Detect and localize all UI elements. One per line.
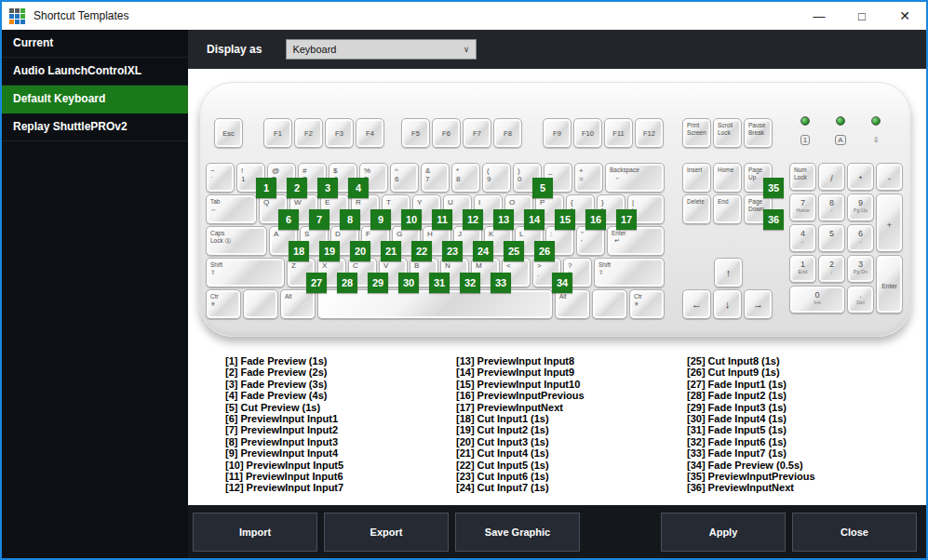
key-np-decimal[interactable]: .Del [847,286,874,313]
key-f8[interactable]: F8 [493,118,522,148]
key-enter[interactable]: Enter ↵ [607,226,665,256]
key-sublabel: ↔ [207,206,256,213]
key-np-subtract[interactable]: - [876,163,903,191]
key-np-2[interactable]: 2↓ [818,255,845,283]
shortcut-badge-9: 9 [370,209,391,230]
key-win-right[interactable] [592,289,627,319]
key-arrow-down[interactable]: ↓ [713,289,742,319]
shortcut-badge-29: 29 [368,273,388,293]
key-shift-right[interactable]: Shift⇧ [594,258,665,287]
key-esc[interactable]: Esc [214,118,243,148]
close-button[interactable]: Close [792,513,917,552]
sidebar-item-replay-shuttleprov2[interactable]: Replay ShuttlePROv2 [2,113,188,141]
key-win-left[interactable] [243,289,278,319]
apply-button[interactable]: Apply [661,513,786,552]
shortcut-badge-21: 21 [381,241,401,261]
key-backspace[interactable]: Backspace ← [605,163,665,193]
key-equals[interactable]: += [574,163,603,193]
shortcut-badge-10: 10 [401,209,422,230]
key-label: 3 [858,256,863,269]
key-arrow-left[interactable]: ← [682,289,711,319]
shortcut-badge-28: 28 [337,273,357,293]
key-label: Num [790,164,815,174]
key-f12[interactable]: F12 [635,118,664,148]
key-quote[interactable]: "' [576,226,605,256]
key-label: → [753,300,763,309]
sidebar-item-default-keyboard[interactable]: Default Keyboard [2,86,188,113]
key-insert[interactable]: Insert [682,163,711,193]
key-backtick[interactable]: ~` [206,163,235,193]
key-np-8[interactable]: 8↑ [818,193,845,221]
key-f9[interactable]: F9 [543,118,572,148]
key-ctrl-left[interactable]: Ctr✳ [206,289,241,319]
import-button[interactable]: Import [193,513,317,552]
key-np-5[interactable]: 5 [818,224,845,252]
key-np-multiply[interactable]: * [847,163,874,191]
key-scroll-lock[interactable]: ScrollLock [713,118,742,148]
key-label: ( [483,164,510,175]
key-arrow-up[interactable]: ↑ [714,258,743,287]
key-np-1[interactable]: 1End [789,255,816,283]
display-as-select[interactable]: Keyboard ∨ [286,39,477,60]
key-7[interactable]: &7 [421,163,450,193]
key-np-4[interactable]: 4← [789,224,816,252]
key-f7[interactable]: F7 [463,118,491,148]
key-np-6[interactable]: 6→ [847,224,874,252]
key-6[interactable]: ^6 [390,163,419,193]
key-f6[interactable]: F6 [432,118,461,148]
export-button[interactable]: Export [324,513,449,552]
key-f3[interactable]: F3 [325,118,354,148]
key-np-3[interactable]: 3Pg Dn [847,255,874,283]
app-icon-square [15,20,20,24]
sidebar-item-current[interactable]: Current [2,30,188,58]
key-page-down[interactable]: PageDown36 [744,194,773,224]
key-label: Backspace [606,164,664,174]
key-8[interactable]: *8 [451,163,480,193]
key-label: Insert [683,164,710,174]
key-arrow-right[interactable]: → [744,289,773,319]
key-ctrl-right[interactable]: Ctr✳ [629,289,665,319]
key-group: ~`!11@22#33$44%5^6&7*8(9)05_-+=Backspace… [206,163,666,193]
minimize-button[interactable]: — [798,2,841,30]
key-f1[interactable]: F1 [263,118,292,148]
sidebar-item-audio-launchcontrolxl[interactable]: Audio LaunchControlXL [2,58,188,86]
key-np-0[interactable]: 0Ins [789,286,845,313]
key-capslock[interactable]: CapsLock Ⓐ [206,226,267,256]
legend-item: [31] Fade Input5 (1s) [687,424,815,435]
key-np-add[interactable]: + [876,193,903,252]
key-np-divide[interactable]: / [818,163,845,191]
key-f2[interactable]: F2 [294,118,323,148]
maximize-button[interactable]: □ [841,2,883,30]
key-np-7[interactable]: 7Home [789,193,816,221]
key-home[interactable]: Home [713,163,742,193]
key-z[interactable]: Z27 [287,258,316,287]
close-window-button[interactable]: ✕ [883,2,926,30]
key-print-screen[interactable]: PrintScreen [682,118,711,148]
key-shift-left[interactable]: Shift⇧ [206,258,285,287]
key-f5[interactable]: F5 [401,118,430,148]
key-1[interactable]: !11 [236,163,265,193]
key-f4[interactable]: F4 [356,118,384,148]
key-sublabel: → [858,238,864,245]
key-end[interactable]: End [713,194,742,224]
legend-item: [36] PreviewInputNext [687,482,815,493]
key-9[interactable]: (9 [482,163,511,193]
key-f10[interactable]: F10 [573,118,602,148]
key-f11[interactable]: F11 [604,118,633,148]
key-q[interactable]: Q6 [259,194,288,224]
key-a[interactable]: A18 [269,226,298,256]
key-tab[interactable]: Tab↔ [206,194,257,224]
key-alt-right[interactable]: Alt [555,289,590,319]
key-period[interactable]: >.34 [532,258,561,287]
save-graphic-button[interactable]: Save Graphic [455,513,580,552]
key-np-9[interactable]: 9Pg Up [847,193,874,221]
key-page-up[interactable]: PageUp35 [744,163,773,193]
key-0[interactable]: )05 [513,163,542,193]
key-num-lock[interactable]: NumLock [789,163,816,191]
legend-item: [4] Fade Preview (4s) [225,390,343,401]
key-space[interactable] [317,289,553,319]
key-pause-break[interactable]: PauseBreak [744,118,773,148]
key-delete[interactable]: Delete [682,194,711,224]
key-np-enter[interactable]: Enter [876,255,903,313]
key-alt-left[interactable]: Alt [280,289,316,319]
